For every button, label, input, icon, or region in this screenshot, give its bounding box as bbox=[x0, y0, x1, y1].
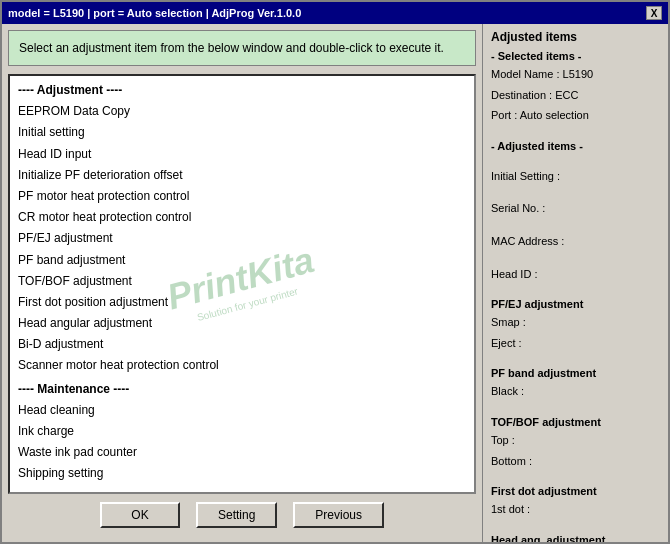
eject-field: Eject : bbox=[491, 335, 664, 353]
model-name-field: Model Name : L5190 bbox=[491, 66, 664, 84]
list-item[interactable]: ---- Adjustment ---- bbox=[16, 80, 468, 101]
right-panel: Adjusted items - Selected items - Model … bbox=[482, 24, 668, 542]
list-item[interactable]: Ink charge bbox=[16, 421, 468, 442]
info-text: Select an adjustment item from the below… bbox=[19, 41, 444, 55]
top-field: Top : bbox=[491, 432, 664, 450]
firstdot-header: First dot adjustment bbox=[491, 485, 664, 497]
list-item[interactable]: CR motor heat protection control bbox=[16, 207, 468, 228]
title-bar: model = L5190 | port = Auto selection | … bbox=[2, 2, 668, 24]
black-field: Black : bbox=[491, 383, 664, 401]
list-item[interactable]: ---- Maintenance ---- bbox=[16, 379, 468, 400]
list-item[interactable]: TOF/BOF adjustment bbox=[16, 271, 468, 292]
list-item[interactable]: Shipping setting bbox=[16, 463, 468, 484]
list-item[interactable]: Bi-D adjustment bbox=[16, 334, 468, 355]
setting-button[interactable]: Setting bbox=[196, 502, 277, 528]
port-field: Port : Auto selection bbox=[491, 107, 664, 125]
list-item[interactable]: PF motor heat protection control bbox=[16, 186, 468, 207]
destination-field: Destination : ECC bbox=[491, 87, 664, 105]
list-item[interactable]: PF band adjustment bbox=[16, 250, 468, 271]
right-title: Adjusted items bbox=[491, 30, 664, 44]
adjusted-header: - Adjusted items - bbox=[491, 140, 664, 152]
mac-address-field: MAC Address : bbox=[491, 233, 664, 251]
list-item[interactable]: Head cleaning bbox=[16, 400, 468, 421]
previous-button[interactable]: Previous bbox=[293, 502, 384, 528]
list-item[interactable]: First dot position adjustment bbox=[16, 292, 468, 313]
selected-header: - Selected items - bbox=[491, 50, 664, 62]
info-box: Select an adjustment item from the below… bbox=[8, 30, 476, 66]
initial-setting-field: Initial Setting : bbox=[491, 168, 664, 186]
tofbof-header: TOF/BOF adjustment bbox=[491, 416, 664, 428]
head-id-field: Head ID : bbox=[491, 266, 664, 284]
list-inner[interactable]: ---- Adjustment ----EEPROM Data CopyInit… bbox=[10, 76, 474, 492]
close-button[interactable]: X bbox=[646, 6, 662, 20]
pfband-header: PF band adjustment bbox=[491, 367, 664, 379]
left-panel: Select an adjustment item from the below… bbox=[2, 24, 482, 542]
serial-no-field: Serial No. : bbox=[491, 200, 664, 218]
smap-field: Smap : bbox=[491, 314, 664, 332]
title-text: model = L5190 | port = Auto selection | … bbox=[8, 7, 301, 19]
list-item[interactable]: EEPROM Data Copy bbox=[16, 101, 468, 122]
ok-button[interactable]: OK bbox=[100, 502, 180, 528]
main-window: model = L5190 | port = Auto selection | … bbox=[0, 0, 670, 544]
bottom-field: Bottom : bbox=[491, 453, 664, 471]
main-content: Select an adjustment item from the below… bbox=[2, 24, 668, 542]
list-item[interactable]: Initial setting bbox=[16, 122, 468, 143]
pfej-header: PF/EJ adjustment bbox=[491, 298, 664, 310]
headang-header: Head ang. adjustment bbox=[491, 534, 664, 542]
list-item[interactable]: Head angular adjustment bbox=[16, 313, 468, 334]
list-item[interactable]: Head ID input bbox=[16, 144, 468, 165]
list-container: ---- Adjustment ----EEPROM Data CopyInit… bbox=[8, 74, 476, 494]
firstdot-field: 1st dot : bbox=[491, 501, 664, 519]
list-item[interactable]: Waste ink pad counter bbox=[16, 442, 468, 463]
list-item[interactable]: Scanner motor heat protection control bbox=[16, 355, 468, 376]
button-bar: OK Setting Previous bbox=[8, 494, 476, 536]
list-item[interactable]: PF/EJ adjustment bbox=[16, 228, 468, 249]
list-item[interactable]: Initialize PF deterioration offset bbox=[16, 165, 468, 186]
